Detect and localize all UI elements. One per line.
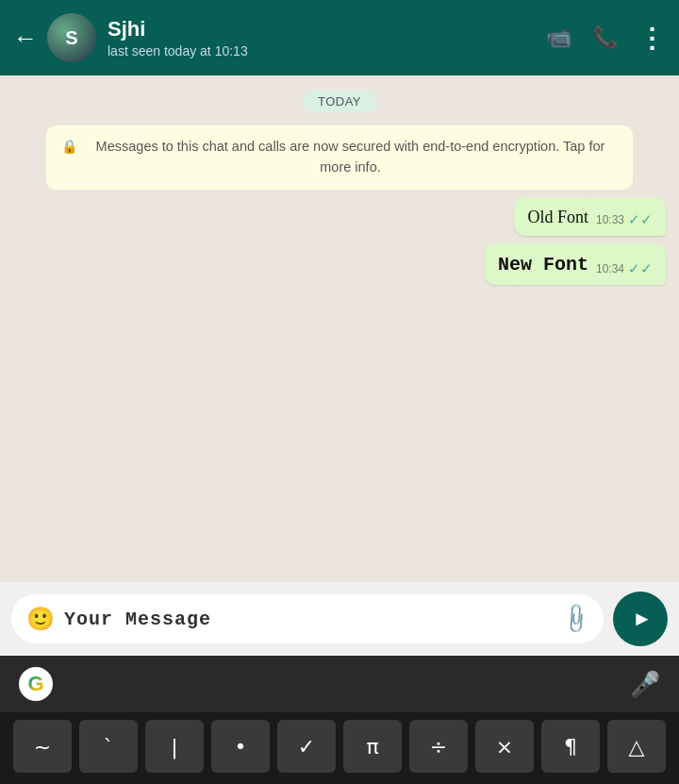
key-tilde[interactable]: ~: [13, 720, 72, 773]
contact-status: last seen today at 10:13: [108, 43, 546, 58]
message-text: New Font: [498, 253, 588, 277]
message-row: Old Font 10:33 ✓✓: [13, 197, 666, 236]
key-backtick[interactable]: `: [79, 720, 138, 773]
keyboard-toolbar: G 🎤: [0, 656, 679, 712]
bubble-meta: 10:33 ✓✓: [596, 211, 653, 228]
mic-button[interactable]: 🎤: [630, 670, 660, 699]
bubble-meta: 10:34 ✓✓: [596, 260, 653, 277]
back-button[interactable]: ←: [13, 24, 38, 53]
key-pilcrow[interactable]: ¶: [541, 720, 600, 773]
message-text: Old Font: [527, 207, 588, 228]
encryption-text: Messages to this chat and calls are now …: [83, 137, 619, 178]
google-button[interactable]: G: [19, 667, 53, 701]
bubble-content: New Font 10:34 ✓✓: [498, 253, 653, 277]
key-checkmark[interactable]: ✓: [277, 720, 336, 773]
read-ticks: ✓✓: [628, 211, 653, 228]
chat-area: TODAY 🔒 Messages to this chat and calls …: [0, 75, 679, 582]
key-multiply[interactable]: ×: [475, 720, 534, 773]
emoji-button[interactable]: 🙂: [26, 606, 55, 632]
message-input-box: 🙂 📎: [11, 594, 604, 643]
send-icon: ►: [632, 607, 653, 631]
key-pi[interactable]: π: [343, 720, 402, 773]
message-input[interactable]: [64, 609, 554, 630]
keyboard-row: ~ ` | • ✓ π ÷ × ¶ △: [0, 712, 679, 784]
header-info: Sjhi last seen today at 10:13: [108, 17, 546, 58]
bubble-content: Old Font 10:33 ✓✓: [527, 207, 653, 228]
avatar[interactable]: S: [47, 13, 96, 62]
more-options-icon[interactable]: ⋮: [638, 23, 666, 54]
send-button[interactable]: ►: [613, 592, 668, 646]
key-pipe[interactable]: |: [145, 720, 204, 773]
header-actions: 📹 📞 ⋮: [546, 23, 666, 54]
message-row: New Font 10:34 ✓✓: [13, 243, 666, 285]
chat-header: ← S Sjhi last seen today at 10:13 📹 📞 ⋮: [0, 0, 679, 75]
google-logo: G: [27, 672, 43, 696]
lock-icon: 🔒: [61, 137, 77, 157]
encryption-notice[interactable]: 🔒 Messages to this chat and calls are no…: [46, 125, 634, 190]
video-call-icon[interactable]: 📹: [546, 25, 571, 50]
keyboard: G 🎤 ~ ` | • ✓ π ÷ × ¶ △: [0, 656, 679, 784]
contact-name: Sjhi: [108, 17, 546, 42]
read-ticks: ✓✓: [628, 260, 653, 277]
avatar-image: S: [47, 13, 96, 62]
voice-call-icon[interactable]: 📞: [592, 25, 618, 50]
message-time: 10:33: [596, 213, 624, 226]
key-divide[interactable]: ÷: [409, 720, 468, 773]
attach-button[interactable]: 📎: [558, 601, 593, 636]
message-bubble: Old Font 10:33 ✓✓: [514, 197, 666, 236]
date-badge: TODAY: [303, 91, 376, 112]
message-bubble: New Font 10:34 ✓✓: [485, 243, 666, 285]
key-triangle[interactable]: △: [607, 720, 666, 773]
message-time: 10:34: [596, 262, 624, 275]
key-bullet[interactable]: •: [211, 720, 270, 773]
input-area: 🙂 📎 ►: [0, 582, 679, 656]
